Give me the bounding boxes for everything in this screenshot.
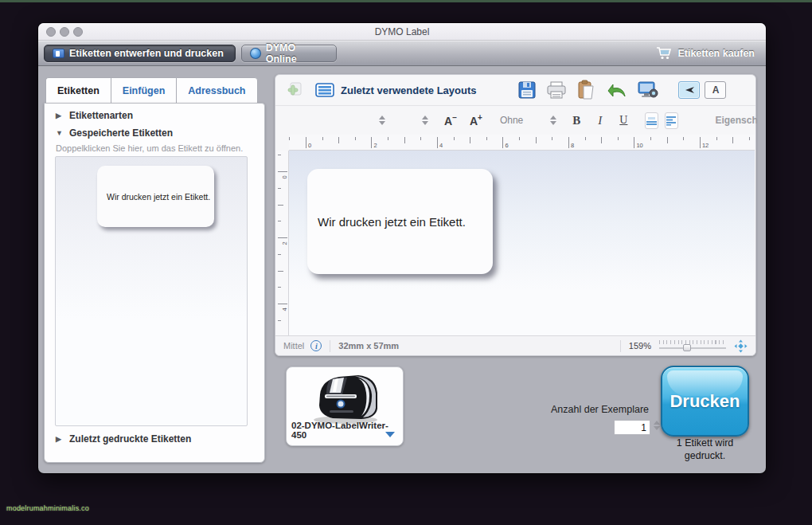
slider-thumb[interactable] (683, 344, 691, 351)
chevron-right-icon: ▶ (56, 112, 63, 119)
saved-label-text: Wir drucken jetzt ein Etikett. (107, 192, 210, 202)
new-label-icon[interactable] (285, 80, 304, 100)
italic-button[interactable]: I (598, 114, 602, 127)
title-bar: DYMO Label (38, 23, 766, 41)
globe-icon (250, 48, 261, 59)
info-icon[interactable]: i (310, 340, 322, 351)
increase-font-button[interactable]: A+ (470, 113, 482, 127)
vertical-align-button[interactable] (645, 112, 658, 129)
print-status: 1 Etikett wird gedruckt. (643, 437, 767, 462)
format-toolbar: A− A+ Ohne B I U (275, 105, 755, 135)
divider (620, 340, 621, 352)
open-label-hint: Doppelklicken Sie hier, um das Etikett z… (45, 139, 264, 153)
text-align-button[interactable] (665, 112, 678, 129)
decrease-font-button[interactable]: A− (444, 113, 457, 127)
shopping-cart-icon (656, 47, 672, 60)
editor-panel: Zuletzt verwendete Layouts (275, 74, 756, 356)
bold-button[interactable]: B (572, 114, 580, 127)
sidebar-panel: ▶ Etikettenarten ▼ Gespeicherte Etikette… (44, 103, 265, 463)
ruler-number: 10 (636, 142, 642, 149)
ruler-number: 6 (505, 142, 508, 149)
section-label-types[interactable]: ▶ Etikettenarten (45, 104, 264, 121)
print-button-label: Drucken (670, 391, 740, 412)
tab-einfuegen[interactable]: Einfügen (111, 77, 176, 104)
border-style-stepper[interactable] (550, 116, 556, 125)
design-canvas[interactable]: Wir drucken jetzt ein Etikett. (289, 151, 755, 335)
design-print-button[interactable]: Etiketten entwerfen und drucken (44, 45, 236, 62)
label-types-label: Etikettenarten (69, 110, 133, 121)
ruler-number: 2 (281, 241, 288, 245)
ruler-number: 4 (281, 308, 288, 311)
label-size: 32mm x 57mm (338, 341, 399, 351)
main-toolbar: Etiketten entwerfen und drucken DYMO Onl… (38, 41, 766, 66)
pan-tool-icon[interactable] (734, 339, 748, 353)
ruler-number: 12 (702, 142, 709, 149)
print-icon[interactable] (546, 80, 567, 100)
ruler-number: 2 (373, 142, 377, 149)
horizontal-ruler: 024681012 (289, 135, 755, 151)
undo-icon[interactable] (605, 81, 627, 99)
ruler-number: 8 (571, 142, 574, 149)
printer-selector[interactable]: 02-DYMO-LabelWriter-450 (286, 366, 404, 446)
printer-photo (306, 370, 385, 425)
buy-labels-button[interactable]: Etiketten kaufen (651, 45, 759, 62)
tab-adressbuch[interactable]: Adressbuch (176, 77, 257, 104)
saved-labels-list: Wir drucken jetzt ein Etikett. (55, 156, 248, 426)
saved-label-thumbnail[interactable]: Wir drucken jetzt ein Etikett. (97, 166, 214, 227)
dymo-online-label: DYMO Online (266, 42, 328, 65)
zoom-level: 159% (629, 341, 651, 351)
section-saved-labels[interactable]: ▼ Gespeicherte Etiketten (45, 121, 264, 139)
ruler-number: 4 (439, 142, 443, 149)
slider-track (659, 347, 726, 349)
layouts-icon[interactable] (315, 83, 334, 97)
ruler-number: 0 (281, 175, 288, 178)
text-tool-label: A (712, 84, 720, 96)
font-family-stepper[interactable] (379, 116, 385, 125)
quality-label: Mittel (283, 341, 304, 351)
watermark: modelrumahminimalis.co (6, 504, 89, 512)
chevron-down-icon: ▼ (56, 129, 63, 137)
border-style-select[interactable]: Ohne (500, 115, 523, 126)
section-recent-labels[interactable]: ▶ Zuletzt gedruckte Etiketten (45, 433, 264, 445)
saved-labels-label: Gespeicherte Etiketten (69, 127, 173, 139)
chevron-right-icon: ▶ (56, 435, 63, 443)
dymo-label-window: DYMO Label Etiketten entwerfen und druck… (38, 23, 766, 473)
tab-etiketten[interactable]: Etiketten (45, 77, 111, 104)
label-text: Wir drucken jetzt ein Etikett. (318, 215, 466, 229)
editor-icon-toolbar: Zuletzt verwendete Layouts (275, 75, 755, 105)
properties-button[interactable]: Eigensch (715, 115, 757, 126)
design-print-label: Etiketten entwerfen und drucken (69, 48, 224, 59)
divider (330, 340, 330, 352)
print-button[interactable]: Drucken (661, 366, 749, 437)
ruler-number: 0 (308, 142, 311, 149)
copies-stepper[interactable] (654, 421, 660, 430)
select-tool-button[interactable] (678, 81, 700, 99)
capture-icon[interactable] (637, 80, 659, 100)
underline-button[interactable]: U (619, 114, 627, 127)
printer-dropdown-icon[interactable] (385, 432, 395, 437)
cursor-arrow-icon (683, 84, 696, 96)
buy-labels-label: Etiketten kaufen (677, 48, 755, 59)
text-tool-button[interactable]: A (705, 81, 726, 99)
recent-labels-label: Zuletzt gedruckte Etiketten (69, 433, 191, 445)
label-icon (53, 49, 64, 58)
align-bottom-icon (646, 116, 658, 126)
align-left-icon (666, 116, 677, 126)
copies-input[interactable] (614, 420, 650, 435)
vertical-ruler: 024 (276, 151, 289, 335)
sidebar-tabs: Etiketten Einfügen Adressbuch (45, 77, 258, 104)
zoom-slider[interactable] (659, 340, 726, 351)
window-title: DYMO Label (38, 26, 766, 37)
paste-icon[interactable] (576, 80, 595, 100)
editor-status-bar: Mittel i 32mm x 57mm 159% (275, 335, 755, 355)
dymo-online-button[interactable]: DYMO Online (241, 45, 337, 62)
label-on-canvas[interactable]: Wir drucken jetzt ein Etikett. (307, 169, 493, 274)
save-icon[interactable] (517, 80, 537, 100)
font-size-stepper[interactable] (422, 116, 428, 125)
slider-ticks (659, 340, 726, 344)
recent-layouts-button[interactable]: Zuletzt verwendete Layouts (341, 84, 476, 96)
window-content: Etiketten Einfügen Adressbuch ▶ Etikette… (38, 66, 766, 473)
copies-label: Anzahl der Exemplare (516, 404, 649, 415)
